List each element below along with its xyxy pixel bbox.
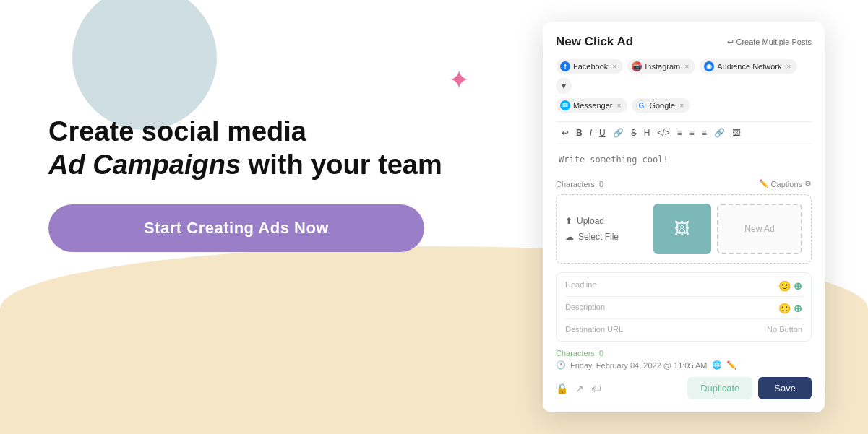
audience-network-icon: ◉ <box>704 61 714 71</box>
select-file-label: Select File <box>578 232 619 242</box>
toolbar-strikethrough[interactable]: S̶ <box>628 126 640 139</box>
char-count: Characters: 0 <box>556 180 603 188</box>
tag-facebook[interactable]: f Facebook ✕ <box>556 59 623 74</box>
toolbar-code[interactable]: </> <box>654 126 672 139</box>
toolbar-image[interactable]: 🖼 <box>729 126 744 139</box>
tag-facebook-remove[interactable]: ✕ <box>612 64 617 70</box>
tag-messenger[interactable]: ✉ Messenger ✕ <box>556 98 627 113</box>
tag-audience-network[interactable]: ◉ Audience Network ✕ <box>700 59 796 74</box>
new-ad-zone[interactable]: New Ad <box>717 204 802 254</box>
toolbar-bold[interactable]: B <box>573 126 585 139</box>
lock-icon[interactable]: 🔒 <box>556 383 568 394</box>
editor-toolbar: ↩ B I U 🔗 S̶ H </> ≡ ≡ ≡ 🔗 🖼 <box>556 121 812 144</box>
headline-field: Headline 🙂 ⊕ <box>565 280 802 297</box>
panel-header: New Click Ad ↩ Create Multiple Posts <box>556 35 812 49</box>
panel-footer-info: Characters: 0 🕐 Friday, February 04, 202… <box>556 349 812 370</box>
toolbar-link[interactable]: 🔗 <box>610 126 627 139</box>
new-ad-label: New Ad <box>744 224 774 234</box>
create-multiple-link[interactable]: ↩ Create Multiple Posts <box>727 38 812 47</box>
description-actions[interactable]: 🙂 ⊕ <box>778 303 802 314</box>
save-button[interactable]: Save <box>758 377 812 399</box>
tag-audience-label: Audience Network <box>717 62 781 71</box>
duplicate-button[interactable]: Duplicate <box>687 377 752 399</box>
platform-tags-row2: ✉ Messenger ✕ G Google ✕ <box>556 98 812 113</box>
tag-icon[interactable]: 🏷 <box>591 383 601 394</box>
tags-dropdown[interactable]: ▾ <box>556 78 572 94</box>
toolbar-heading[interactable]: H <box>641 126 653 139</box>
description-placeholder: Description <box>565 303 605 311</box>
edit-icon[interactable]: ✏️ <box>726 360 736 370</box>
footer-date-row: 🕐 Friday, February 04, 2022 @ 11:05 AM 🌐… <box>556 360 812 370</box>
add-icon-2: ⊕ <box>794 303 802 314</box>
upload-label: Upload <box>577 216 604 226</box>
tag-google[interactable]: G Google ✕ <box>632 98 689 113</box>
action-icons: 🔒 ↗ 🏷 <box>556 383 601 394</box>
share-icon[interactable]: ↗ <box>575 383 584 394</box>
description-field: Description 🙂 ⊕ <box>565 303 802 319</box>
add-icon: ⊕ <box>794 280 802 292</box>
headline-placeholder: Headline <box>565 280 596 289</box>
emoji-icon: 🙂 <box>778 280 791 292</box>
footer-date-text: Friday, February 04, 2022 @ 11:05 AM <box>570 361 708 370</box>
toolbar-undo[interactable]: ↩ <box>559 126 572 139</box>
toolbar-italic[interactable]: I <box>587 126 595 139</box>
media-preview: 🖼 <box>653 204 711 254</box>
captions-label: Captions <box>771 180 802 188</box>
emoji-icon-2: 🙂 <box>778 303 791 314</box>
headline: Create social media Ad Campaigns with yo… <box>48 116 442 181</box>
char-count-row: Characters: 0 ✏️ Captions ⚙ <box>556 179 812 188</box>
write-textarea[interactable] <box>556 150 812 179</box>
upload-icon: ⬆ <box>565 216 572 226</box>
left-content: Create social media Ad Campaigns with yo… <box>48 116 442 252</box>
tag-messenger-label: Messenger <box>573 101 612 110</box>
clock-icon: 🕐 <box>556 360 566 370</box>
select-file-button[interactable]: ☁ Select File <box>565 232 648 242</box>
tag-google-label: Google <box>649 101 674 110</box>
media-left: ⬆ Upload ☁ Select File <box>565 216 648 242</box>
platform-tags: f Facebook ✕ 📷 Instagram ✕ ◉ Audience Ne… <box>556 59 812 94</box>
toolbar-list-ordered[interactable]: ≡ <box>687 126 697 139</box>
instagram-icon: 📷 <box>632 61 642 71</box>
cta-button[interactable]: Start Creating Ads Now <box>48 204 424 252</box>
media-upload-area: ⬆ Upload ☁ Select File 🖼 New Ad <box>556 194 812 264</box>
tag-messenger-remove[interactable]: ✕ <box>616 103 622 109</box>
ad-details: Headline 🙂 ⊕ Description 🙂 ⊕ Destination… <box>556 272 812 342</box>
globe-icon: 🌐 <box>712 360 722 370</box>
footer-char-count: Characters: 0 <box>556 349 812 357</box>
toolbar-list-unordered[interactable]: ≡ <box>699 126 710 139</box>
toolbar-hyperlink[interactable]: 🔗 <box>711 126 728 139</box>
messenger-icon: ✉ <box>560 100 570 110</box>
tag-google-remove[interactable]: ✕ <box>679 103 684 109</box>
tag-instagram-label: Instagram <box>645 62 680 71</box>
tag-instagram-remove[interactable]: ✕ <box>684 64 689 70</box>
toolbar-underline[interactable]: U <box>596 126 609 139</box>
tag-facebook-label: Facebook <box>573 62 608 71</box>
tag-audience-remove[interactable]: ✕ <box>786 64 791 70</box>
ad-panel: New Click Ad ↩ Create Multiple Posts f F… <box>543 22 825 412</box>
panel-actions: 🔒 ↗ 🏷 Duplicate Save <box>556 377 812 399</box>
action-buttons: Duplicate Save <box>687 377 812 399</box>
select-file-icon: ☁ <box>565 232 574 242</box>
google-icon: G <box>636 100 646 110</box>
panel-title: New Click Ad <box>556 35 633 49</box>
upload-button[interactable]: ⬆ Upload <box>565 216 648 226</box>
facebook-icon: f <box>560 61 570 71</box>
headline-actions[interactable]: 🙂 ⊕ <box>778 280 802 292</box>
destination-url-label: Destination URL <box>565 325 623 334</box>
url-row: Destination URL No Button <box>565 325 802 334</box>
toolbar-align-left[interactable]: ≡ <box>674 126 685 139</box>
sparkle-top-icon: ✦ <box>448 65 470 95</box>
captions-button[interactable]: ✏️ Captions ⚙ <box>759 179 812 188</box>
no-button-label: No Button <box>767 325 802 334</box>
media-preview-icon: 🖼 <box>674 220 690 238</box>
decorative-circle <box>72 0 217 130</box>
tag-instagram[interactable]: 📷 Instagram ✕ <box>627 59 695 74</box>
